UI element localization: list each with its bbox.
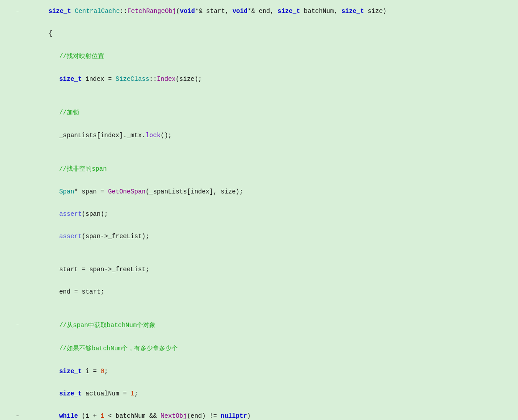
code-line-3: //找对映射位置 bbox=[0, 45, 518, 68]
code-line-13 bbox=[0, 248, 518, 258]
line-content-4: size_t index = SizeClass::Index(size); bbox=[22, 68, 518, 90]
code-line-9: //找非空的span bbox=[0, 157, 518, 181]
code-line-11: assert(span); bbox=[0, 203, 518, 225]
code-line-15: end = start; bbox=[0, 281, 518, 303]
line-content-17: //从span中获取batchNum个对象 bbox=[22, 314, 518, 336]
code-line-19: size_t i = 0; bbox=[0, 360, 518, 382]
fold-icon-17[interactable]: − bbox=[14, 323, 21, 328]
code-line-21: − while (i + 1 < batchNum && NextObj(end… bbox=[0, 405, 518, 420]
fold-icon-21[interactable]: − bbox=[14, 414, 21, 419]
code-line-20: size_t actualNum = 1; bbox=[0, 382, 518, 405]
line-content-3: //找对映射位置 bbox=[22, 45, 518, 67]
line-content-11: assert(span); bbox=[22, 203, 518, 225]
line-content-15: end = start; bbox=[22, 281, 518, 302]
code-line-17: − //从span中获取batchNum个对象 bbox=[0, 314, 518, 337]
code-line-18: //如果不够batchNum个，有多少拿多少个 bbox=[0, 337, 518, 360]
code-line-10: Span* span = GetOneSpan(_spanLists[index… bbox=[0, 181, 518, 203]
code-line-4: size_t index = SizeClass::Index(size); bbox=[0, 68, 518, 90]
code-line-1: − size_t CentralCache::FetchRangeObj(voi… bbox=[0, 0, 518, 22]
line-content-1: size_t CentralCache::FetchRangeObj(void*… bbox=[22, 0, 518, 22]
code-line-12: assert(span->_freeList); bbox=[0, 225, 518, 248]
code-line-14: start = span->_freeList; bbox=[0, 258, 518, 281]
code-editor: − size_t CentralCache::FetchRangeObj(voi… bbox=[0, 0, 518, 420]
code-line-7: _spanLists[index]._mtx.lock(); bbox=[0, 124, 518, 147]
line-content-2: { bbox=[22, 23, 518, 44]
line-content-14: start = span->_freeList; bbox=[22, 259, 518, 280]
code-line-16 bbox=[0, 303, 518, 314]
code-line-6: //加锁 bbox=[0, 101, 518, 124]
line-content-12: assert(span->_freeList); bbox=[22, 226, 518, 247]
line-content-7: _spanLists[index]._mtx.lock(); bbox=[22, 125, 518, 146]
line-content-16 bbox=[22, 305, 518, 312]
line-content-5 bbox=[22, 92, 518, 99]
code-line-5 bbox=[0, 90, 518, 101]
line-content-21: while (i + 1 < batchNum && NextObj(end) … bbox=[22, 405, 518, 420]
line-content-19: size_t i = 0; bbox=[22, 361, 518, 382]
line-content-20: size_t actualNum = 1; bbox=[22, 383, 518, 404]
code-line-8 bbox=[0, 147, 518, 157]
line-content-8 bbox=[22, 148, 518, 155]
line-content-9: //找非空的span bbox=[22, 158, 518, 180]
line-content-18: //如果不够batchNum个，有多少拿多少个 bbox=[22, 337, 518, 360]
line-content-13 bbox=[22, 249, 518, 256]
line-content-6: //加锁 bbox=[22, 101, 518, 124]
code-line-2: { bbox=[0, 22, 518, 45]
fold-icon-1[interactable]: − bbox=[14, 9, 21, 14]
line-content-10: Span* span = GetOneSpan(_spanLists[index… bbox=[22, 181, 518, 202]
